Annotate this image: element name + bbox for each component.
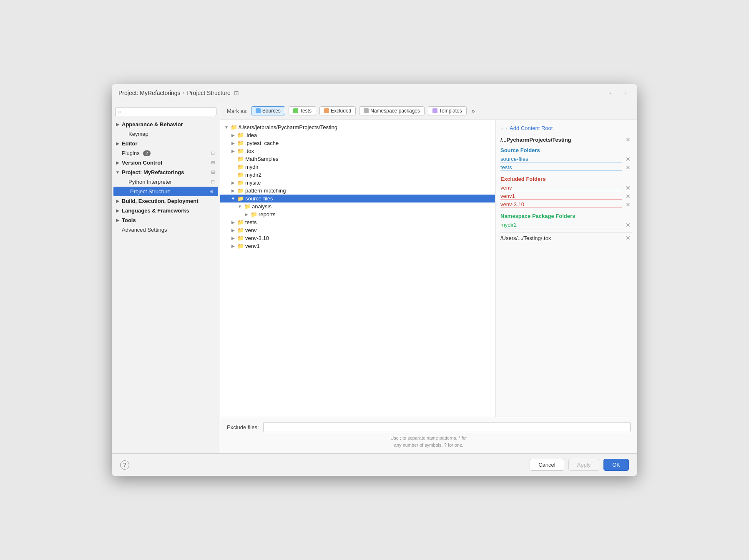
templates-button[interactable]: Templates xyxy=(428,106,467,115)
source-folder-name: source-files xyxy=(500,156,622,162)
tree-item-venv-3-10[interactable]: ▶ 📁 venv-3.10 xyxy=(220,234,495,242)
chevron-icon: ▶ xyxy=(230,236,236,240)
tree-item-root[interactable]: ▼ 📁 /Users/jetbrains/PycharmProjects/Tes… xyxy=(220,123,495,131)
sidebar-item-label: Appearance & Behavior xyxy=(122,121,183,128)
chevron-icon: ▼ xyxy=(230,196,236,201)
sidebar-item-advanced[interactable]: Advanced Settings xyxy=(112,225,220,235)
tree-item-analysis[interactable]: ▼ 📁 analysis xyxy=(220,202,495,210)
sidebar-item-project-structure[interactable]: Project Structure ⊞ xyxy=(113,187,218,196)
namespace-label: Namespace packages xyxy=(370,108,420,114)
sidebar-item-version-control[interactable]: ▶ Version Control ⊞ xyxy=(112,158,220,168)
tree-item-idea[interactable]: ▶ 📁 .idea xyxy=(220,131,495,139)
folder-icon: 📁 xyxy=(237,220,244,225)
remove-venv310-button[interactable]: ✕ xyxy=(624,201,632,208)
sidebar-item-label: Tools xyxy=(122,217,136,223)
ok-button[interactable]: OK xyxy=(603,459,629,471)
excluded-button[interactable]: Excluded xyxy=(319,106,356,115)
tree-item-pytest-cache[interactable]: ▶ 📁 .pytest_cache xyxy=(220,139,495,147)
tree-item-label: /Users/jetbrains/PycharmProjects/Testing xyxy=(239,124,337,130)
tree-item-tests[interactable]: ▶ 📁 tests xyxy=(220,218,495,226)
sidebar-item-python-interpreter[interactable]: Python Interpreter ⊞ xyxy=(112,177,220,187)
tree-item-source-files[interactable]: ▼ 📁 source-files xyxy=(220,195,495,202)
folder-icon: 📁 xyxy=(237,156,244,162)
cancel-button[interactable]: Cancel xyxy=(530,459,564,471)
templates-label: Templates xyxy=(439,108,462,114)
sidebar-item-appearance[interactable]: ▶ Appearance & Behavior xyxy=(112,120,220,129)
settings-icon: ⊞ xyxy=(209,189,213,194)
tree-item-tox[interactable]: ▶ 📁 .tox xyxy=(220,147,495,155)
source-folders-title: Source Folders xyxy=(500,147,632,153)
folder-icon: 📁 xyxy=(244,204,251,209)
remove-source-files-button[interactable]: ✕ xyxy=(624,156,632,162)
right-panel: + + Add Content Root /...PycharmProjects… xyxy=(495,120,637,417)
exclude-input[interactable] xyxy=(263,422,631,432)
root-section: /...PycharmProjects/Testing ✕ Source Fol… xyxy=(500,136,632,229)
tree-item-label: pattern-matching xyxy=(245,188,286,194)
folder-icon: 📁 xyxy=(237,148,244,154)
sidebar-item-build[interactable]: ▶ Build, Execution, Deployment xyxy=(112,196,220,206)
tree-item-mydir2[interactable]: 📁 mydir2 xyxy=(220,171,495,179)
tree-item-mysite[interactable]: ▶ 📁 mysite xyxy=(220,179,495,187)
sidebar-item-label: Python Interpreter xyxy=(128,179,172,185)
tree-item-mydir[interactable]: 📁 mydir xyxy=(220,163,495,171)
chevron-icon: ▶ xyxy=(230,188,236,193)
file-tree-panel: ▼ 📁 /Users/jetbrains/PycharmProjects/Tes… xyxy=(220,120,495,417)
chevron-icon: ▶ xyxy=(115,141,120,146)
more-button[interactable]: » xyxy=(470,107,477,115)
extra-root-entry: /Users/.../Testing/.tox ✕ xyxy=(500,232,632,243)
tree-item-venv1[interactable]: ▶ 📁 venv1 xyxy=(220,242,495,250)
sidebar-item-project[interactable]: ▼ Project: MyRefactorings ⊞ xyxy=(112,168,220,177)
sidebar-item-keymap[interactable]: Keymap xyxy=(112,129,220,139)
tree-item-venv[interactable]: ▶ 📁 venv xyxy=(220,226,495,234)
remove-tests-button[interactable]: ✕ xyxy=(624,164,632,171)
tree-item-label: venv-3.10 xyxy=(245,235,269,241)
add-content-root-label: + Add Content Root xyxy=(505,125,553,131)
namespace-title: Namespace Package Folders xyxy=(500,213,632,219)
plugins-badge: 2 xyxy=(143,150,151,156)
add-content-root-button[interactable]: + + Add Content Root xyxy=(500,125,632,131)
chevron-icon: ▶ xyxy=(230,133,236,138)
excluded-folders-title: Excluded Folders xyxy=(500,176,632,182)
excluded-folder-venv310: venv-3.10 xyxy=(500,201,622,208)
chevron-icon: ▶ xyxy=(230,220,236,225)
search-input[interactable] xyxy=(123,109,214,115)
sidebar-item-tools[interactable]: ▶ Tools xyxy=(112,215,220,225)
tree-item-label: mydir2 xyxy=(245,172,261,178)
sidebar-item-editor[interactable]: ▶ Editor xyxy=(112,139,220,148)
apply-button[interactable]: Apply xyxy=(568,459,600,471)
folder-icon: 📁 xyxy=(237,172,244,178)
sidebar-item-plugins[interactable]: Plugins 2 ⊞ xyxy=(112,148,220,158)
sources-button[interactable]: Sources xyxy=(251,106,285,115)
tree-item-reports[interactable]: ▶ 📁 reports xyxy=(220,210,495,218)
chevron-icon: ▶ xyxy=(115,199,120,203)
forward-button[interactable]: → xyxy=(619,88,631,98)
folder-icon: 📁 xyxy=(237,188,244,193)
tree-item-label: mydir xyxy=(245,164,259,170)
tree-item-mathsamples[interactable]: 📁 MathSamples xyxy=(220,155,495,163)
help-button[interactable]: ? xyxy=(120,460,129,470)
namespace-button[interactable]: Namespace packages xyxy=(359,106,425,115)
tests-button[interactable]: Tests xyxy=(289,106,316,115)
remove-venv-button[interactable]: ✕ xyxy=(624,185,632,191)
settings-dialog: Project: MyRefactorings › Project Struct… xyxy=(112,84,637,476)
tests-label: Tests xyxy=(300,108,312,114)
sources-dot xyxy=(256,108,261,113)
folder-icon: 📁 xyxy=(237,140,244,146)
remove-extra-root-button[interactable]: ✕ xyxy=(624,235,632,241)
chevron-icon: ▶ xyxy=(230,141,236,145)
remove-root-button[interactable]: ✕ xyxy=(624,136,632,143)
breadcrumb-icon: ⊡ xyxy=(233,90,240,95)
search-box[interactable]: ⌕ xyxy=(115,107,216,116)
back-button[interactable]: ← xyxy=(606,88,617,98)
tree-item-pattern-matching[interactable]: ▶ 📁 pattern-matching xyxy=(220,187,495,195)
remove-venv1-button[interactable]: ✕ xyxy=(624,193,632,200)
namespace-folder-entry-1: mydir2 ✕ xyxy=(500,221,632,229)
add-icon: + xyxy=(500,125,504,131)
sidebar-item-languages[interactable]: ▶ Languages & Frameworks xyxy=(112,206,220,215)
folder-icon: 📁 xyxy=(237,235,244,241)
tree-item-label: .pytest_cache xyxy=(245,140,279,146)
remove-mydir2-button[interactable]: ✕ xyxy=(624,222,632,228)
sidebar-item-label: Languages & Frameworks xyxy=(122,208,189,214)
namespace-dot xyxy=(364,108,369,113)
tree-item-label: source-files xyxy=(245,195,273,202)
